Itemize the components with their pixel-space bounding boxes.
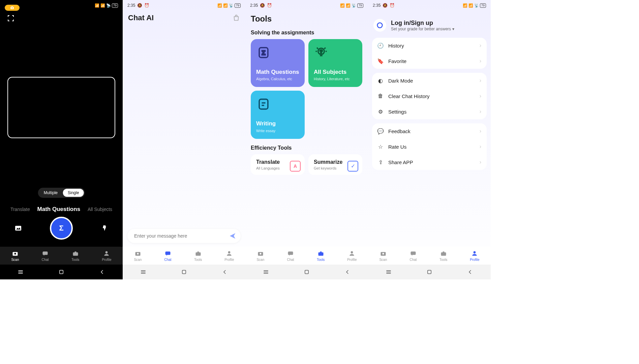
card-writing[interactable]: Writing Write essay [251,91,305,139]
gallery-button[interactable] [13,223,23,233]
alarm-icon: ⏰ [267,3,272,8]
tab-scan[interactable]: Scan [256,250,264,262]
back-button[interactable] [221,268,229,276]
home-button[interactable] [180,268,188,276]
mode-all-subjects[interactable]: All Subjects [88,207,112,212]
segment-multiple[interactable]: Multiple [39,189,62,197]
chat-icon [287,250,294,257]
chat-icon [41,250,49,257]
shop-icon[interactable] [233,14,240,22]
recents-button[interactable] [385,268,392,276]
back-button[interactable] [344,268,351,276]
menu-rate-us[interactable]: ☆Rate Us› [372,139,487,154]
camera-icon [257,250,264,257]
home-button[interactable] [303,268,310,276]
svg-point-53 [474,251,476,253]
mode-translate[interactable]: Translate [10,207,30,212]
card-summarize[interactable]: Summarize Get keywords ✓ [308,154,362,175]
back-button[interactable] [98,268,106,276]
person-icon [471,250,478,257]
shutter-button[interactable]: Σ [50,217,73,240]
person-icon [348,250,356,257]
profile-header[interactable]: Log in/Sign up Set your grade for better… [368,11,491,38]
grade-selector[interactable]: Set your grade for better answers▾ [391,27,454,31]
mute-icon: 🔕 [137,3,142,8]
clock-text: 2:35 [250,3,258,8]
tab-tools[interactable]: Tools [439,250,447,262]
tab-tools[interactable]: Tools [71,250,79,262]
tab-profile[interactable]: Profile [347,250,357,262]
speech-icon: 💬 [377,128,384,134]
menu-favorite[interactable]: 🔖Favorite› [372,53,487,69]
svg-point-38 [260,253,261,254]
svg-rect-34 [259,99,268,109]
fullscreen-icon[interactable] [7,14,15,22]
system-nav-bar [368,265,491,279]
camera-icon [11,250,19,257]
message-input[interactable] [133,233,227,239]
scan-mode-selector[interactable]: Translate Math Questions All Subjects [0,206,123,213]
login-title: Log in/Sign up [391,20,454,27]
section-header-efficiency: Efficiency Tools [245,139,368,154]
camera-icon [134,250,142,257]
system-nav-bar [123,265,245,279]
recents-button[interactable] [262,268,270,276]
home-button[interactable] [426,268,433,276]
menu-settings[interactable]: ⚙Settings› [372,104,487,119]
tab-profile[interactable]: Profile [470,250,479,262]
page-title: Tools [251,14,363,24]
tab-chat[interactable]: Chat [164,250,172,262]
tab-chat[interactable]: Chat [41,250,49,262]
tab-scan[interactable]: Scan [379,250,387,262]
system-nav-bar [0,265,123,279]
menu-clear-history[interactable]: 🗑Clear Chat History› [372,88,487,104]
card-translate[interactable]: Translate All Languages A [251,154,305,175]
chevron-right-icon: › [480,42,481,49]
star-icon: ☆ [377,144,384,150]
status-bar: 📶📶📡 79 [0,0,123,11]
menu-feedback[interactable]: 💬Feedback› [372,123,487,139]
svg-line-32 [317,48,318,49]
tab-profile[interactable]: Profile [224,250,234,262]
svg-rect-52 [443,251,444,252]
clock-text: 2:35 [373,3,381,8]
chat-input-container [127,229,241,243]
chevron-right-icon: › [480,78,481,84]
briefcase-icon [194,250,202,257]
tab-chat[interactable]: Chat [287,250,294,262]
svg-rect-3 [15,226,21,231]
menu-history[interactable]: 🕘History› [372,38,487,53]
send-button[interactable] [227,231,238,241]
screen-tools: 2:35🔕⏰ 📶📶📡79 Tools Solving the assignmen… [245,0,368,279]
clock-icon: 🕘 [377,42,384,49]
tab-scan[interactable]: Scan [11,250,19,262]
tab-tools[interactable]: Tools [317,250,325,262]
card-all-subjects[interactable]: ? All Subjects History, Literature, etc [308,39,362,87]
flash-button[interactable] [100,223,109,233]
recents-button[interactable] [17,268,24,276]
recents-button[interactable] [140,268,147,276]
menu-share-app[interactable]: ⇪Share APP› [372,154,487,170]
tab-chat[interactable]: Chat [409,250,417,262]
svg-point-20 [228,251,231,253]
briefcase-icon [317,250,325,257]
svg-point-6 [14,253,16,254]
home-button[interactable] [58,268,65,276]
mode-math[interactable]: Math Questions [37,206,81,213]
chevron-right-icon: › [480,109,481,115]
menu-dark-mode[interactable]: ◐Dark Mode› [372,73,487,88]
svg-rect-2 [11,6,13,7]
capture-mode-toggle[interactable]: Multiple Single [38,188,85,198]
sigma-notebook-icon: Σ [256,45,271,60]
segment-single[interactable]: Single [63,189,84,197]
screen-profile: 2:35🔕⏰ 📶📶📡79 Log in/Sign up Set your gra… [368,0,491,279]
card-math-questions[interactable]: Σ Math Questions Algebra, Calculus, etc [251,39,305,87]
back-button[interactable] [466,268,474,276]
tab-tools[interactable]: Tools [194,250,202,262]
tab-scan[interactable]: Scan [134,250,142,262]
translate-icon: A [290,161,301,172]
notepad-icon [256,97,271,112]
svg-point-49 [382,253,384,254]
tab-profile[interactable]: Profile [102,250,111,262]
camera-indicator-pill [5,5,20,11]
